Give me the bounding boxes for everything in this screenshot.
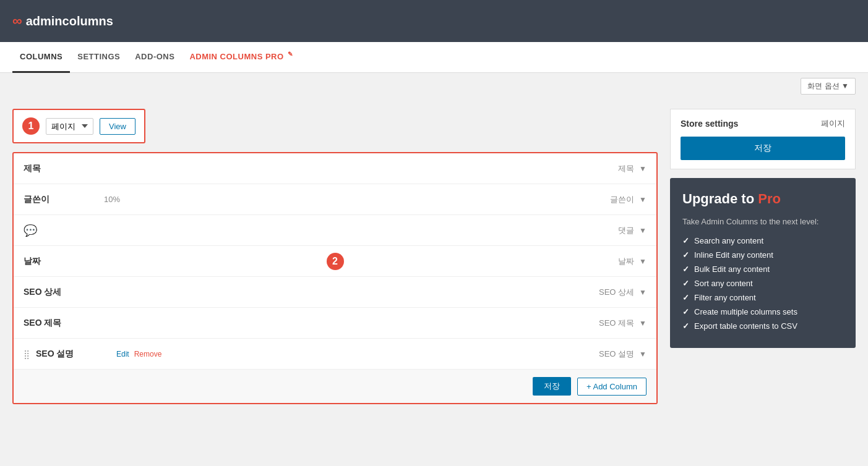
tab-settings[interactable]: SETTINGS <box>70 42 127 73</box>
save-columns-button[interactable]: 저장 <box>533 377 571 396</box>
sidebar: Store settings 페이지 저장 Upgrade to Pro Tak… <box>670 109 856 404</box>
tab-columns[interactable]: COLUMNS <box>12 42 70 73</box>
table-row: 💬 댓글 ▼ <box>14 215 656 246</box>
store-save-button[interactable]: 저장 <box>681 137 845 160</box>
list-item: ✓Inline Edit any content <box>682 250 843 260</box>
table-row: 글쓴이 10% 글쓴이 ▼ <box>14 184 656 215</box>
store-settings-header: Store settings 페이지 <box>681 118 845 129</box>
feature-label: Bulk Edit any content <box>694 265 770 274</box>
logo-text: admincolumns <box>26 14 113 28</box>
col-name-seo-title: SEO 제목 <box>24 318 98 329</box>
store-settings-type: 페이지 <box>821 118 845 129</box>
feature-label: Sort any content <box>694 279 753 288</box>
feature-label: Inline Edit any content <box>694 250 773 260</box>
list-item: ✓Export table contents to CSV <box>682 321 843 331</box>
pro-features-list: ✓Search any content ✓Inline Edit any con… <box>682 236 843 331</box>
main-panel: 1 페이지 포스트 View 제목 제목 ▼ 글쓴이 10% 글쓴이 ▼ <box>12 109 658 404</box>
list-item: ✓Search any content <box>682 236 843 245</box>
add-column-button[interactable]: + Add Column <box>577 378 647 396</box>
checkmark-icon: ✓ <box>682 279 689 288</box>
table-row: SEO 제목 SEO 제목 ▼ <box>14 308 656 339</box>
checkmark-icon: ✓ <box>682 265 689 274</box>
col-name-author: 글쓴이 <box>24 194 98 205</box>
list-item: ✓Create multiple columns sets <box>682 307 843 316</box>
feature-label: Create multiple columns sets <box>694 307 797 316</box>
table-row: 날짜 날짜 ▼ <box>14 246 656 277</box>
external-link-icon: ✎ <box>288 51 293 57</box>
step1-box: 1 페이지 포스트 View <box>12 109 145 143</box>
col-type-seo-detail: SEO 상세 <box>599 287 634 298</box>
list-item: ✓Bulk Edit any content <box>682 265 843 274</box>
col-name-seo-detail: SEO 상세 <box>24 287 98 298</box>
app-header: ∞ admincolumns <box>0 0 868 42</box>
checkmark-icon: ✓ <box>682 236 689 245</box>
col-type-comments: 댓글 <box>618 225 634 236</box>
chevron-down-icon[interactable]: ▼ <box>639 257 647 266</box>
col-edit-links: Edit Remove <box>116 350 161 358</box>
logo: ∞ admincolumns <box>12 13 113 29</box>
col-type-seo-title: SEO 제목 <box>599 318 634 329</box>
step1-badge: 1 <box>22 117 40 135</box>
post-type-select[interactable]: 페이지 포스트 <box>46 118 93 135</box>
remove-link[interactable]: Remove <box>134 350 162 358</box>
pro-text: Pro <box>758 191 781 206</box>
list-item: ✓Filter any content <box>682 293 843 302</box>
col-percent-author: 10% <box>104 195 120 204</box>
col-name-seo-desc: SEO 설명 <box>36 349 110 360</box>
logo-icon: ∞ <box>12 13 21 29</box>
store-settings-box: Store settings 페이지 저장 <box>670 109 856 169</box>
store-settings-title: Store settings <box>681 119 738 129</box>
feature-label: Filter any content <box>694 293 756 302</box>
tab-addons[interactable]: ADD-ONS <box>127 42 182 73</box>
drag-handle-icon[interactable]: ⣿ <box>24 349 30 359</box>
logo-admin: admin <box>26 14 62 28</box>
screen-options-row: 화면 옵션 ▼ <box>0 73 868 100</box>
feature-label: Export table contents to CSV <box>694 321 797 331</box>
chevron-down-icon[interactable]: ▼ <box>639 288 647 297</box>
checkmark-icon: ✓ <box>682 250 689 260</box>
chevron-down-icon[interactable]: ▼ <box>639 350 647 358</box>
view-button[interactable]: View <box>100 118 135 135</box>
pro-title: Upgrade to Pro <box>682 190 843 208</box>
chevron-down-icon[interactable]: ▼ <box>639 164 647 173</box>
col-name-title: 제목 <box>24 163 98 174</box>
tab-pro[interactable]: ADMIN COLUMNS PRO ✎ <box>182 41 300 73</box>
col-name-date: 날짜 <box>24 256 98 267</box>
col-name-comments: 💬 <box>24 224 98 237</box>
feature-label: Search any content <box>694 236 763 245</box>
list-item: ✓Sort any content <box>682 279 843 288</box>
pro-upgrade-box: Upgrade to Pro Take Admin Columns to the… <box>670 178 856 348</box>
table-row: 제목 제목 ▼ <box>14 153 656 184</box>
chevron-down-icon[interactable]: ▼ <box>639 195 647 204</box>
col-type-seo-desc: SEO 설명 <box>599 349 634 360</box>
table-row: ⣿ SEO 설명 Edit Remove SEO 설명 ▼ <box>14 339 656 370</box>
col-type-title: 제목 <box>618 163 634 174</box>
pro-subtitle: Take Admin Columns to the next level: <box>682 217 843 226</box>
checkmark-icon: ✓ <box>682 321 689 331</box>
columns-box: 제목 제목 ▼ 글쓴이 10% 글쓴이 ▼ 💬 댓글 ▼ 날짜 <box>12 152 658 404</box>
chevron-down-icon[interactable]: ▼ <box>639 226 647 235</box>
logo-columns: columns <box>62 14 113 28</box>
col-type-author: 글쓴이 <box>610 194 634 205</box>
content-area: 1 페이지 포스트 View 제목 제목 ▼ 글쓴이 10% 글쓴이 ▼ <box>0 100 868 417</box>
edit-link[interactable]: Edit <box>116 350 129 358</box>
checkmark-icon: ✓ <box>682 307 689 316</box>
checkmark-icon: ✓ <box>682 293 689 302</box>
screen-options-button[interactable]: 화면 옵션 ▼ <box>801 78 856 95</box>
columns-footer: 저장 + Add Column <box>14 370 656 403</box>
table-row: SEO 상세 SEO 상세 ▼ <box>14 277 656 308</box>
chevron-down-icon[interactable]: ▼ <box>639 319 647 328</box>
nav-tabs: COLUMNS SETTINGS ADD-ONS ADMIN COLUMNS P… <box>0 42 868 73</box>
upgrade-to-text: Upgrade to <box>682 191 758 206</box>
col-type-date: 날짜 <box>618 256 634 267</box>
